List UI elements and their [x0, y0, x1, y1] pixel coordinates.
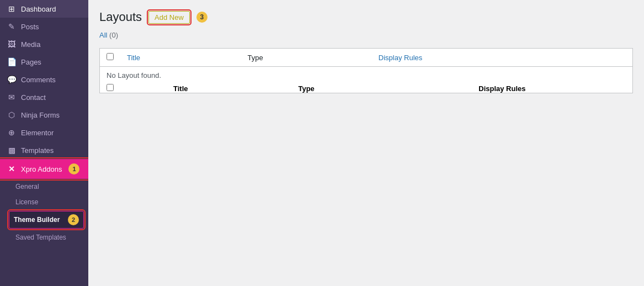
sidebar-item-ninja-forms[interactable]: ⬡ Ninja Forms: [0, 106, 88, 124]
layouts-table: Title Type Display Rules No Layout found…: [99, 48, 633, 93]
table-footer-display-rules: Display Rules: [372, 84, 633, 93]
add-new-button[interactable]: Add New: [148, 11, 190, 24]
no-layout-found-text: No Layout found.: [100, 67, 633, 84]
annotation-badge-2: 2: [68, 214, 79, 225]
pages-icon: 📄: [7, 57, 17, 66]
page-title: Layouts: [99, 10, 142, 24]
sidebar: ⊞ Dashboard ✎ Posts 🖼 Media 📄 Pages 💬 Co…: [0, 0, 88, 286]
sidebar-subitem-theme-builder[interactable]: Theme Builder 2: [9, 211, 84, 229]
sidebar-item-label: Comments: [21, 76, 56, 84]
sidebar-item-label: Posts: [21, 23, 39, 31]
sidebar-item-templates[interactable]: ▩ Templates: [0, 141, 88, 159]
sidebar-item-label: Pages: [21, 58, 41, 66]
main-content: Layouts Add New 3 All (0) Title Type: [88, 0, 644, 286]
elementor-icon: ⊕: [7, 128, 17, 137]
sidebar-item-dashboard[interactable]: ⊞ Dashboard: [0, 0, 88, 18]
table-header-row: Title Type Display Rules: [100, 49, 633, 67]
table-header-checkbox: [100, 49, 121, 67]
sidebar-item-label: Templates: [21, 146, 54, 155]
table-header-display-rules: Display Rules: [372, 49, 633, 67]
sidebar-item-pages[interactable]: 📄 Pages: [0, 53, 88, 71]
comments-icon: 💬: [7, 75, 17, 84]
table-footer-checkbox: [100, 84, 121, 93]
posts-icon: ✎: [7, 22, 17, 31]
table-row-no-found: No Layout found.: [100, 67, 633, 84]
select-all-footer-checkbox[interactable]: [107, 84, 114, 91]
sidebar-item-media[interactable]: 🖼 Media: [0, 35, 88, 53]
filter-all-label: All: [99, 31, 107, 39]
table-footer-title: Title: [120, 84, 241, 93]
sidebar-item-label: Media: [21, 40, 40, 49]
sidebar-subitem-label: General: [15, 183, 39, 190]
sidebar-subitem-general[interactable]: General: [0, 179, 88, 194]
sidebar-item-label: Ninja Forms: [21, 111, 60, 119]
filter-bar: All (0): [99, 31, 633, 39]
sidebar-item-label: Contact: [21, 93, 46, 102]
select-all-checkbox[interactable]: [107, 53, 114, 60]
annotation-badge-3: 3: [196, 12, 207, 23]
sidebar-subitem-label: Saved Templates: [15, 234, 66, 241]
table-footer-row: Title Type Display Rules: [100, 84, 633, 93]
sidebar-item-posts[interactable]: ✎ Posts: [0, 18, 88, 35]
media-icon: 🖼: [7, 40, 17, 49]
page-header: Layouts Add New 3: [99, 10, 633, 24]
sidebar-item-elementor[interactable]: ⊕ Elementor: [0, 124, 88, 141]
filter-all-link[interactable]: All (0): [99, 31, 118, 39]
sidebar-subitem-saved-templates[interactable]: Saved Templates: [0, 230, 88, 245]
sidebar-subitem-license[interactable]: License: [0, 194, 88, 210]
filter-all-count: (0): [109, 31, 118, 39]
table-footer-type: Type: [241, 84, 372, 93]
annotation-badge-1: 1: [68, 163, 79, 174]
sidebar-subitem-label: Theme Builder: [14, 216, 60, 224]
contact-icon: ✉: [7, 93, 17, 102]
xpro-icon: ✕: [7, 165, 17, 173]
sidebar-item-label: Xpro Addons: [21, 165, 62, 173]
sidebar-subitem-label: License: [15, 198, 38, 206]
sidebar-item-xpro-addons[interactable]: ✕ Xpro Addons 1: [0, 159, 88, 179]
table-header-title: Title: [120, 49, 241, 67]
sidebar-item-label: Elementor: [21, 129, 54, 137]
sidebar-item-label: Dashboard: [21, 5, 56, 13]
templates-icon: ▩: [7, 146, 17, 155]
table-header-type: Type: [241, 49, 372, 67]
ninja-forms-icon: ⬡: [7, 110, 17, 119]
dashboard-icon: ⊞: [7, 4, 17, 13]
sidebar-item-comments[interactable]: 💬 Comments: [0, 71, 88, 88]
sidebar-item-contact[interactable]: ✉ Contact: [0, 88, 88, 106]
